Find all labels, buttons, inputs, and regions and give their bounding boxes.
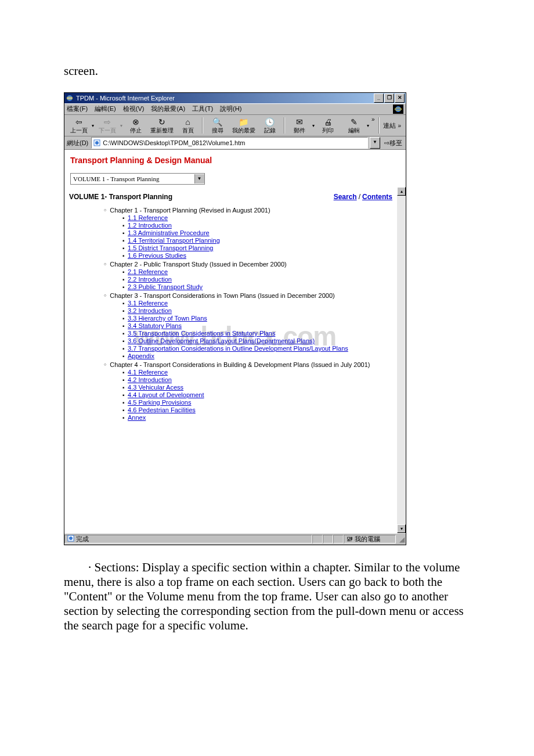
search-button[interactable]: 🔍 搜尋	[204, 116, 230, 135]
section-link[interactable]: 4.5 Parking Provisions	[128, 399, 191, 406]
section-link[interactable]: 4.2 Introduction	[128, 376, 172, 383]
maximize-button[interactable]: ❐	[384, 93, 394, 103]
scrollbar[interactable]: ▴ ▾	[397, 187, 406, 533]
search-icon: 🔍	[204, 117, 230, 127]
refresh-button[interactable]: ↻ 重新整理	[149, 116, 175, 135]
stop-icon: ⊗	[122, 117, 149, 127]
section-link[interactable]: 2.3 Public Transport Study	[128, 283, 203, 290]
section-item: Annex	[122, 414, 392, 421]
search-contents-links: Search/Contents	[334, 193, 392, 201]
address-bar: 網址(D) C:\WINDOWS\Desktop\TPDM_0812\Volum…	[64, 136, 406, 150]
menu-help[interactable]: 說明(H)	[220, 105, 241, 114]
search-link[interactable]: Search	[334, 193, 357, 201]
chapter-title: Chapter 4 - Transport Considerations in …	[110, 361, 370, 368]
section-link[interactable]: 1.2 Introduction	[128, 222, 172, 229]
section-link[interactable]: Appendix	[128, 352, 154, 359]
menu-favorites[interactable]: 我的最愛(A)	[151, 105, 185, 114]
history-button[interactable]: 🕓 記錄	[257, 116, 283, 135]
close-button[interactable]: ✕	[395, 93, 405, 103]
manual-title: Transport Planning & Design Manual	[70, 156, 401, 165]
section-link[interactable]: 3.3 Hierarchy of Town Plans	[128, 315, 207, 322]
search-label: 搜尋	[204, 127, 230, 134]
section-item: 1.6 Previous Studies	[122, 252, 392, 259]
resize-grip-icon[interactable]: ◢	[396, 535, 406, 543]
edit-label: 編輯	[341, 127, 367, 134]
section-link[interactable]: 1.3 Administrative Procedure	[128, 229, 210, 236]
menu-view[interactable]: 檢視(V)	[123, 105, 145, 114]
toolbar: ⇦ 上一頁 ▾ ⇨ 下一頁 ▾ ⊗ 停止 ↻ 重新整理 ⌂ 首頁	[64, 115, 406, 136]
address-value: C:\WINDOWS\Desktop\TPDM_0812\Volume1.htm	[103, 139, 245, 146]
svg-point-8	[69, 537, 73, 540]
links-overflow-icon[interactable]: »	[398, 123, 402, 129]
section-link[interactable]: 3.4 Statutory Plans	[128, 322, 182, 329]
print-button[interactable]: 🖨 列印	[315, 116, 341, 135]
toolbar-overflow-icon[interactable]: »	[369, 116, 377, 123]
section-link[interactable]: 3.7 Transportation Considerations in Out…	[128, 345, 348, 352]
mail-icon: ✉	[286, 117, 312, 127]
section-link[interactable]: 1.5 District Transport Planning	[128, 244, 213, 251]
section-link[interactable]: Annex	[128, 414, 146, 421]
home-label: 首頁	[175, 127, 201, 134]
contents-link[interactable]: Contents	[362, 193, 392, 201]
forward-button: ⇨ 下一頁	[94, 116, 120, 135]
section-link[interactable]: 3.6 Outline Development Plans/Layout Pla…	[128, 337, 315, 344]
window-title: TPDM - Microsoft Internet Explorer	[76, 95, 374, 102]
go-button[interactable]: ⇨移至	[382, 139, 405, 147]
section-link[interactable]: 4.3 Vehicular Acess	[128, 384, 183, 391]
section-link[interactable]: 3.1 Reference	[128, 300, 168, 307]
stop-button[interactable]: ⊗ 停止	[122, 116, 149, 135]
home-button[interactable]: ⌂ 首頁	[175, 116, 201, 135]
section-link[interactable]: 1.6 Previous Studies	[128, 252, 186, 259]
section-item: 2.1 Reference	[122, 268, 392, 275]
scroll-up-icon[interactable]: ▴	[397, 187, 406, 196]
menu-edit[interactable]: 編輯(E)	[95, 105, 116, 114]
refresh-icon: ↻	[149, 117, 175, 127]
go-icon: ⇨	[384, 139, 389, 146]
page-content: Transport Planning & Design Manual VOLUM…	[64, 150, 406, 533]
top-frame: Transport Planning & Design Manual VOLUM…	[64, 150, 406, 187]
section-link[interactable]: 2.1 Reference	[128, 268, 168, 275]
volume-select[interactable]: VOLUME 1 - Transport Planning ▼	[70, 173, 205, 185]
section-link[interactable]: 4.6 Pedestrian Facilities	[128, 406, 196, 413]
page-icon	[93, 139, 101, 147]
forward-label: 下一頁	[94, 127, 120, 134]
status-segment	[333, 535, 344, 543]
back-button[interactable]: ⇦ 上一頁	[66, 116, 92, 135]
edit-menu-icon[interactable]: ▾	[367, 123, 369, 128]
ie-icon	[66, 94, 74, 102]
section-item: 1.4 Territorial Transport Planning	[122, 237, 392, 244]
section-link[interactable]: 3.2 Introduction	[128, 307, 172, 314]
section-link[interactable]: 1.4 Territorial Transport Planning	[128, 237, 220, 244]
minimize-button[interactable]: _	[374, 93, 384, 103]
section-link[interactable]: 4.1 Reference	[128, 369, 168, 376]
back-icon: ⇦	[66, 117, 92, 127]
edit-button[interactable]: ✎ 編輯	[341, 116, 367, 135]
menubar: 檔案(F) 編輯(E) 檢視(V) 我的最愛(A) 工具(T) 說明(H)	[64, 103, 406, 115]
address-dropdown-icon[interactable]: ▼	[370, 137, 380, 149]
section-item: 2.2 Introduction	[122, 276, 392, 283]
section-item: 1.3 Administrative Procedure	[122, 229, 392, 236]
chapter-item: Chapter 3 - Transport Considerations in …	[104, 292, 392, 359]
toolbar-separator	[378, 117, 380, 134]
back-label: 上一頁	[66, 127, 92, 134]
chapter-item: Chapter 4 - Transport Considerations in …	[104, 361, 392, 421]
toolbar-separator	[284, 117, 285, 134]
menu-file[interactable]: 檔案(F)	[67, 105, 88, 114]
section-link[interactable]: 1.1 Reference	[128, 214, 168, 221]
ie-throbber-icon	[393, 105, 403, 114]
mail-button[interactable]: ✉ 郵件	[286, 116, 312, 135]
toc: Chapter 1 - Transport Planning (Revised …	[69, 207, 392, 421]
menu-tools[interactable]: 工具(T)	[192, 105, 213, 114]
links-label[interactable]: 連結	[381, 120, 398, 131]
scroll-down-icon[interactable]: ▾	[397, 524, 406, 533]
section-item: 2.3 Public Transport Study	[122, 283, 392, 290]
section-link[interactable]: 3.5 Transportation Considerations in Sta…	[128, 330, 275, 337]
favorites-button[interactable]: 📁 我的最愛	[230, 116, 257, 135]
section-item: 3.3 Hierarchy of Town Plans	[122, 315, 392, 322]
section-link[interactable]: 4.4 Layout of Development	[128, 391, 204, 398]
section-item: 3.2 Introduction	[122, 307, 392, 314]
mail-label: 郵件	[286, 127, 312, 134]
section-item: 4.1 Reference	[122, 369, 392, 376]
section-link[interactable]: 2.2 Introduction	[128, 276, 172, 283]
address-input[interactable]: C:\WINDOWS\Desktop\TPDM_0812\Volume1.htm	[91, 137, 368, 149]
